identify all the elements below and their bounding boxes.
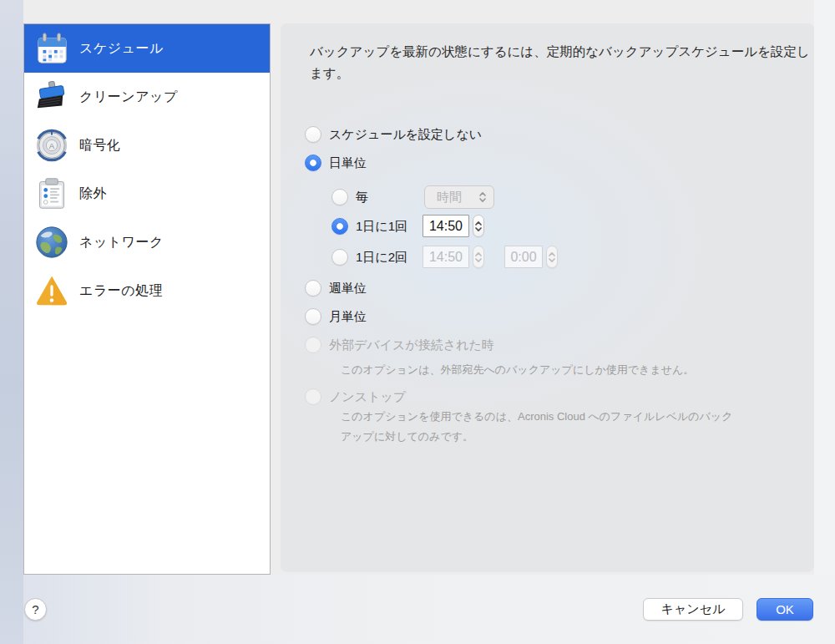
svg-text:A: A xyxy=(49,141,55,150)
chevron-up-down-icon xyxy=(474,250,483,265)
once-time-input[interactable] xyxy=(423,215,469,237)
option-daily-once[interactable]: 1日に1回 xyxy=(331,215,407,238)
chevron-up-down-icon xyxy=(474,219,483,234)
option-daily-twice[interactable]: 1日に2回 xyxy=(331,246,407,269)
settings-sidebar: スケジュール クリーンアップ xyxy=(23,23,271,575)
twice-time2-stepper xyxy=(546,246,558,268)
dial-lock-icon: A xyxy=(33,127,70,164)
sidebar-item-cleanup[interactable]: クリーンアップ xyxy=(24,73,270,121)
sidebar-item-network[interactable]: ネットワーク xyxy=(24,218,270,266)
calendar-icon xyxy=(33,30,70,67)
radio-daily-twice[interactable] xyxy=(331,249,348,266)
radio-weekly[interactable] xyxy=(305,280,321,297)
question-mark-icon: ? xyxy=(32,602,38,616)
every-unit-dropdown: 時間 xyxy=(424,185,494,209)
twice-time1-stepper xyxy=(473,246,484,268)
sidebar-item-schedule[interactable]: スケジュール xyxy=(24,24,270,73)
window-left-gradient xyxy=(0,0,23,644)
sidebar-item-encryption[interactable]: A 暗号化 xyxy=(24,121,270,170)
ok-button[interactable]: OK xyxy=(757,598,813,621)
radio-monthly[interactable] xyxy=(305,308,321,325)
nonstop-note: このオプションを使用できるのは、Acronis Cloud へのファイルレベルの… xyxy=(341,407,735,447)
twice-time1-input xyxy=(423,246,469,268)
sidebar-item-label: ネットワーク xyxy=(79,234,164,251)
option-monthly[interactable]: 月単位 xyxy=(305,307,367,326)
brush-icon xyxy=(33,79,70,115)
sidebar-item-label: 除外 xyxy=(79,185,107,203)
external-device-note: このオプションは、外部宛先へのバックアップにしか使用できません。 xyxy=(341,360,775,380)
preferences-window: スケジュール クリーンアップ xyxy=(0,0,835,644)
radio-nonstop xyxy=(305,388,321,405)
option-daily-every[interactable]: 毎 xyxy=(331,185,368,209)
chevron-up-down-icon xyxy=(478,190,487,205)
option-weekly[interactable]: 週単位 xyxy=(305,279,367,297)
cancel-button[interactable]: キャンセル xyxy=(643,598,743,621)
radio-daily[interactable] xyxy=(305,155,321,171)
help-button[interactable]: ? xyxy=(24,598,47,621)
option-daily[interactable]: 日単位 xyxy=(305,154,367,172)
sidebar-item-error-handling[interactable]: エラーの処理 xyxy=(24,266,270,315)
globe-icon xyxy=(33,224,70,261)
schedule-settings-panel: バックアップを最新の状態にするには、定期的なバックアップスケジュールを設定します… xyxy=(281,23,814,572)
option-nonstop: ノンストップ xyxy=(305,388,406,406)
sidebar-item-label: エラーの処理 xyxy=(79,282,163,300)
radio-daily-once[interactable] xyxy=(331,218,348,235)
schedule-intro-text: バックアップを最新の状態にするには、定期的なバックアップスケジュールを設定します… xyxy=(310,41,811,84)
clipboard-icon xyxy=(33,175,70,212)
window-right-gutter xyxy=(814,0,835,575)
sidebar-item-label: スケジュール xyxy=(79,40,164,58)
radio-no-schedule[interactable] xyxy=(305,126,321,143)
radio-external-device xyxy=(305,337,321,353)
sidebar-item-label: クリーンアップ xyxy=(79,89,178,106)
chevron-up-down-icon xyxy=(548,250,556,265)
radio-daily-every[interactable] xyxy=(331,189,348,205)
option-no-schedule[interactable]: スケジュールを設定しない xyxy=(305,125,482,144)
once-time-stepper[interactable] xyxy=(473,215,484,237)
sidebar-item-label: 暗号化 xyxy=(79,137,121,155)
warning-icon xyxy=(33,272,70,309)
sidebar-item-exclusions[interactable]: 除外 xyxy=(24,170,270,218)
twice-time2-input xyxy=(504,246,543,268)
option-external-device: 外部デバイスが接続された時 xyxy=(305,336,494,354)
